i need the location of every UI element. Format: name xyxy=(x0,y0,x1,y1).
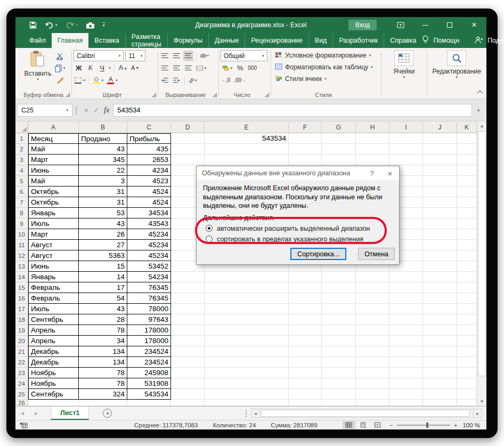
cell-D14[interactable] xyxy=(171,272,205,282)
cell-C14[interactable]: 54234 xyxy=(127,272,171,282)
cell-J4[interactable] xyxy=(423,165,457,176)
scroll-left-icon[interactable]: ◂ xyxy=(251,409,260,418)
cell-C8[interactable]: 34534 xyxy=(127,208,171,218)
decrease-indent-icon[interactable]: ◂ xyxy=(160,75,170,86)
cell-H15[interactable] xyxy=(356,282,389,293)
cell-H21[interactable] xyxy=(356,346,389,357)
cell-A19[interactable]: Апрель xyxy=(28,325,79,336)
cell-C1[interactable]: Прибыль xyxy=(127,133,171,144)
cell-G20[interactable] xyxy=(322,336,356,346)
cell-J6[interactable] xyxy=(423,186,457,197)
cell-C16[interactable]: 76345 xyxy=(127,293,171,304)
cell-K23[interactable] xyxy=(457,368,477,378)
cell-D18[interactable] xyxy=(171,314,205,325)
cell-H19[interactable] xyxy=(356,325,389,336)
cell-G22[interactable] xyxy=(322,357,356,368)
cell-D23[interactable] xyxy=(171,368,205,378)
cell-A23[interactable]: Ноябрь xyxy=(28,368,79,378)
cell-J25[interactable] xyxy=(423,389,457,400)
cell-D24[interactable] xyxy=(171,378,205,389)
cell-B17[interactable]: 43 xyxy=(79,304,127,314)
tab-formulas[interactable]: Формулы xyxy=(167,33,208,48)
cell-K7[interactable] xyxy=(457,197,477,208)
cell-H24[interactable] xyxy=(356,378,389,389)
column-header-D[interactable]: D xyxy=(171,121,205,133)
cell-A5[interactable]: Май xyxy=(28,176,79,186)
cell-J21[interactable] xyxy=(423,346,457,357)
cell-I17[interactable] xyxy=(389,304,423,314)
cell-B3[interactable]: 345 xyxy=(79,155,127,165)
cell-K6[interactable] xyxy=(457,186,477,197)
cell-C15[interactable]: 76345 xyxy=(127,282,171,293)
cell-H26[interactable] xyxy=(356,400,389,406)
cell-A2[interactable]: Май xyxy=(28,144,79,155)
vertical-scroll-thumb[interactable] xyxy=(478,131,486,376)
cell-H14[interactable] xyxy=(356,272,389,282)
increase-decimal-button[interactable]: ←,0 xyxy=(221,75,231,86)
font-name-combo[interactable]: Calibri▾ xyxy=(74,50,124,61)
align-middle-icon[interactable] xyxy=(172,51,182,61)
row-header-2[interactable]: 2 xyxy=(15,144,28,155)
horizontal-scroll-thumb[interactable] xyxy=(261,410,470,417)
dialog-title-bar[interactable]: Обнаружены данные вне указанного диапазо… xyxy=(197,166,399,180)
cell-J13[interactable] xyxy=(423,261,457,272)
row-header-15[interactable]: 15 xyxy=(15,282,28,293)
dialog-close-icon[interactable]: × xyxy=(381,166,399,180)
align-left-icon[interactable] xyxy=(160,63,170,74)
zoom-slider-thumb[interactable] xyxy=(426,423,428,428)
scroll-right-icon[interactable]: ▸ xyxy=(473,409,482,418)
tab-home[interactable]: Главная xyxy=(52,33,89,48)
column-header-A[interactable]: A xyxy=(28,121,79,133)
cell-D19[interactable] xyxy=(171,325,205,336)
camera-button[interactable] xyxy=(86,22,95,29)
align-center-icon[interactable] xyxy=(172,63,182,74)
cell-C12[interactable]: 45234 xyxy=(127,250,171,261)
cell-C3[interactable]: 2653 xyxy=(127,155,171,165)
row-header-14[interactable]: 14 xyxy=(15,272,28,282)
sign-in-button[interactable]: Вход xyxy=(348,20,377,30)
font-color-button[interactable]: А▾ xyxy=(106,75,119,86)
grow-font-button[interactable]: А▲ xyxy=(118,63,128,74)
minimize-button[interactable] xyxy=(413,17,437,33)
cell-A3[interactable]: Март xyxy=(28,155,79,165)
cell-A20[interactable]: Апрель xyxy=(28,336,79,346)
cell-B21[interactable]: 134 xyxy=(79,346,127,357)
cell-B24[interactable]: 78 xyxy=(79,378,127,389)
cell-J1[interactable] xyxy=(423,133,457,144)
cell-C18[interactable]: 97643 xyxy=(127,314,171,325)
macro-record-icon[interactable] xyxy=(20,422,28,428)
cell-C9[interactable]: 43543 xyxy=(127,218,171,229)
cell-A11[interactable]: Август xyxy=(28,240,79,250)
row-header-17[interactable]: 17 xyxy=(15,304,28,314)
cell-F18[interactable] xyxy=(289,314,322,325)
cell-E15[interactable] xyxy=(205,282,289,293)
tabbar-resize-handle[interactable] xyxy=(246,410,248,417)
cell-B6[interactable]: 31 xyxy=(79,186,127,197)
cell-E24[interactable] xyxy=(205,378,289,389)
cell-K15[interactable] xyxy=(457,282,477,293)
cell-C4[interactable]: 4234 xyxy=(127,165,171,176)
cell-H23[interactable] xyxy=(356,368,389,378)
font-dialog-launcher-icon[interactable] xyxy=(152,93,156,97)
cell-I25[interactable] xyxy=(389,389,423,400)
row-header-16[interactable]: 16 xyxy=(15,293,28,304)
cell-G14[interactable] xyxy=(322,272,356,282)
cell-D15[interactable] xyxy=(171,282,205,293)
cell-H3[interactable] xyxy=(356,155,389,165)
cell-E25[interactable] xyxy=(205,389,289,400)
decrease-decimal-button[interactable]: ,00→ xyxy=(233,75,247,86)
name-box[interactable]: C25▾ xyxy=(17,104,72,117)
cell-I14[interactable] xyxy=(389,272,423,282)
cell-B26[interactable] xyxy=(79,400,127,406)
cell-A25[interactable]: Сентябрь xyxy=(28,389,79,400)
cell-D25[interactable] xyxy=(171,389,205,400)
cell-F17[interactable] xyxy=(289,304,322,314)
cell-B11[interactable]: 27 xyxy=(79,240,127,250)
cell-G21[interactable] xyxy=(322,346,356,357)
cell-J3[interactable] xyxy=(423,155,457,165)
cell-I18[interactable] xyxy=(389,314,423,325)
cell-J9[interactable] xyxy=(423,218,457,229)
cell-G19[interactable] xyxy=(322,325,356,336)
customize-qat-button[interactable]: ▾ xyxy=(103,22,105,28)
format-as-table-button[interactable]: Форматировать как таблицу▾ xyxy=(273,61,379,73)
